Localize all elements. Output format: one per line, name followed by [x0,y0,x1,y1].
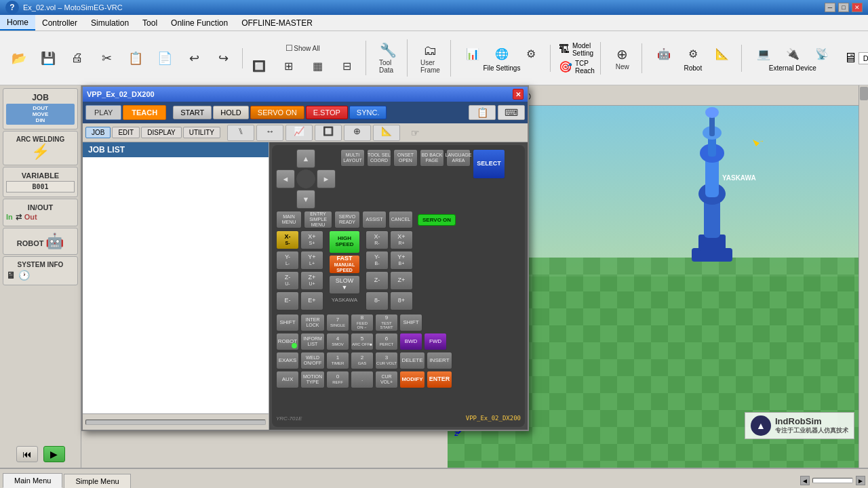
ext-device-icon-2[interactable]: 🔌 [779,45,806,63]
key-8-plus[interactable]: 8+ [390,291,413,310]
toolbar-btn-3[interactable]: 🖨 [64,48,91,68]
file-settings-icon-1[interactable]: 📊 [459,45,486,63]
key-9-test-start[interactable]: 9TEST START [375,314,398,331]
key-8-feed[interactable]: 8FEED ON→ [351,314,374,331]
key-rx-minus[interactable]: X-R- [366,230,389,249]
key-1-timer[interactable]: 1TIMER [326,352,349,369]
close-button[interactable]: ✕ [852,3,863,12]
key-rx-plus[interactable]: X+R+ [390,230,413,249]
sidebar-item-system-info[interactable]: SYSTEM INFO 🖥 🕐 [3,256,78,285]
toolbar-btn-4[interactable]: ✂ [93,48,120,68]
key-x-minus[interactable]: X-S- [276,230,299,249]
key-select[interactable]: SELECT [473,149,505,179]
key-e-minus[interactable]: E- [276,291,299,310]
key-shift-2[interactable]: SHIFT [399,314,422,331]
dpad-left[interactable]: ◄ [276,169,295,188]
key-fwd[interactable]: FWD [424,333,447,350]
dpad-center[interactable] [296,169,315,188]
robot-icon-2[interactable]: ⚙ [679,45,707,63]
toolbar-view-4[interactable]: ⊟ [333,57,360,75]
horizontal-scrollbar[interactable] [85,420,266,425]
key-0-reff[interactable]: 0REFF [326,371,349,388]
sidebar-item-variable[interactable]: VARIABLE B001 [3,167,78,197]
start-btn[interactable]: START [173,106,212,119]
key-rz-minus[interactable]: Z- [366,271,389,290]
sidebar-item-job[interactable]: JOB DOUTMOVEDIN [3,88,78,129]
key-weld-onoff[interactable]: WELDON/OFF [300,352,325,369]
toolbar-btn-2[interactable]: 💾 [35,48,62,68]
tab-main-menu[interactable]: Main Menu [3,473,62,488]
hold-btn[interactable]: HOLD [213,106,249,119]
key-inform-list[interactable]: INFORMLIST [300,333,325,350]
key-multi-layout[interactable]: MULTILAYOUT [340,149,365,167]
sidebar-item-inout[interactable]: IN/OUT In ⇄ Out [3,199,78,226]
mode-play-btn[interactable]: PLAY [85,105,121,120]
key-cancel[interactable]: CANCEL [389,211,413,228]
key-fast[interactable]: FASTMANUAL SPEED [329,255,360,274]
dpad-right[interactable]: ► [317,169,336,188]
tool-data-btn[interactable]: 🔧 Tool Data [374,39,401,77]
servo-on-btn[interactable]: SERVO ON [250,106,304,119]
key-onset-open[interactable]: ONSETOPEN [393,149,418,167]
menu-simulation[interactable]: Simulation [84,15,136,30]
menu-home[interactable]: Home [0,15,35,30]
key-2-gas[interactable]: 2GAS [351,352,374,369]
key-slow[interactable]: SLOW▼ [329,275,360,294]
popup-toolbar-icon-2[interactable]: ⌨ [498,105,525,120]
key-main-menu[interactable]: MAINMENU [276,211,302,228]
file-settings-icon-3[interactable]: ⚙ [517,45,545,63]
tab-edit[interactable]: EDIT [112,127,140,138]
toolbar-view-3[interactable]: ▦ [304,57,331,75]
sidebar-item-robot[interactable]: ROBOT 🤖 [3,228,78,255]
job-list-content[interactable] [83,157,269,413]
key-z-plus[interactable]: Z+U+ [300,271,323,290]
key-assist[interactable]: ASSIST [362,211,387,228]
key-high-speed[interactable]: HIGHSPEED [329,230,360,253]
sub-icon-6[interactable]: 📐 [373,125,400,141]
user-frame-btn[interactable]: 🗂 User Frame [416,40,445,77]
minimize-button[interactable]: ─ [825,3,835,12]
key-e-plus[interactable]: E+ [300,291,323,310]
key-modify[interactable]: MODIFY [399,371,425,388]
key-4-smov[interactable]: 4SMOV [326,333,349,350]
key-delete[interactable]: DELETE [399,352,425,369]
key-aux[interactable]: AUX [276,371,299,388]
menu-tool[interactable]: Tool [136,15,164,30]
menu-online-function[interactable]: Online Function [164,15,235,30]
rewind-btn[interactable]: ⏮ [16,446,38,462]
toolbar-btn-5[interactable]: 📋 [122,48,149,68]
key-5-arc[interactable]: 5ARC OFF■ [351,333,374,350]
sub-icon-3[interactable]: 📈 [285,125,313,141]
dpad-up[interactable]: ▲ [296,149,315,168]
toolbar-btn-1[interactable]: 📂 [5,48,33,68]
maximize-button[interactable]: □ [838,3,849,12]
sub-icon-7[interactable]: ☞ [402,125,429,141]
menu-controller[interactable]: Controller [35,15,84,30]
popup-toolbar-icon-1[interactable]: 📋 [469,105,496,120]
ext-device-icon-1[interactable]: 💻 [750,45,777,63]
menu-offline-master[interactable]: OFFLINE-MASTER [235,15,319,30]
key-z-minus[interactable]: Z-U- [276,271,299,290]
key-entry-simple[interactable]: ENTRYSIMPLEMENU [304,211,332,228]
ext-device-icon-3[interactable]: 📡 [808,45,835,63]
key-8-minus[interactable]: 8- [366,291,389,310]
key-exaks[interactable]: EXAKS [276,352,299,369]
tcp-reach-btn[interactable]: 🎯 TCP Reach [559,60,595,75]
dpad-down[interactable]: ▼ [296,190,315,209]
toolbar-btn-8[interactable]: ↪ [210,48,237,68]
key-7-single[interactable]: 7SINGLE [326,314,349,331]
file-settings-icon-2[interactable]: 🌐 [488,45,515,63]
key-cur-vol[interactable]: CURVOL+ [375,371,398,388]
sub-icon-5[interactable]: ⊕ [344,125,371,141]
key-insert[interactable]: INSERT [427,352,452,369]
key-language-area[interactable]: LANGUAGEAREA [446,149,471,167]
show-all-btn[interactable]: ☐ Show All [281,41,324,56]
key-shift-1[interactable]: SHIFT [276,314,299,331]
key-ry-plus[interactable]: Y+B+ [390,251,413,270]
key-ry-minus[interactable]: Y-B- [366,251,389,270]
sync-btn[interactable]: SYNC. [349,106,387,119]
popup-close-btn[interactable]: ✕ [513,89,524,100]
key-rz-plus[interactable]: Z+ [390,271,413,290]
key-y-minus[interactable]: Y-L- [276,251,299,270]
key-servo-ready[interactable]: SERVOREADY [334,211,360,228]
